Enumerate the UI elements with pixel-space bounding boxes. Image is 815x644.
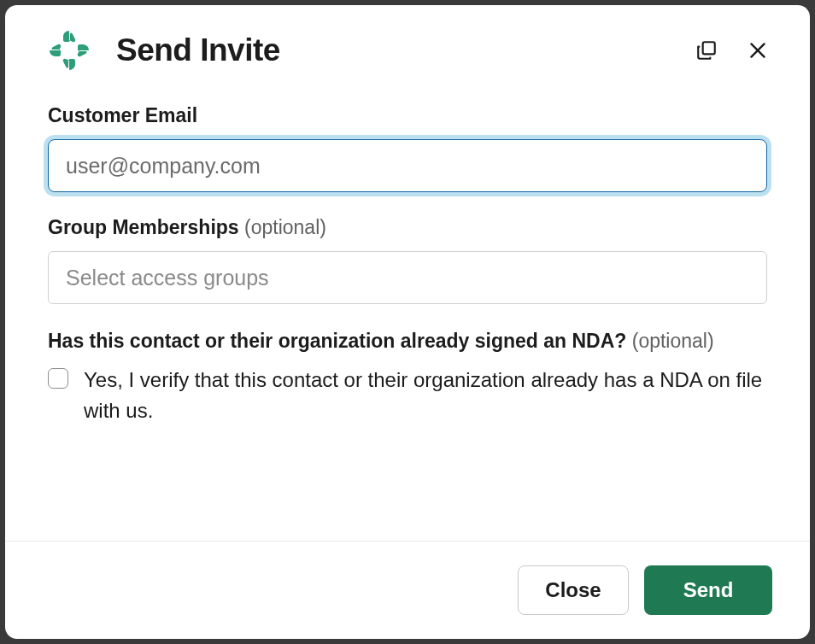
group-field-group: Group Memberships (optional) Select acce…: [48, 216, 767, 304]
nda-optional-text: (optional): [632, 330, 714, 352]
nda-label-text: Has this contact or their organization a…: [48, 330, 626, 352]
modal-body: Customer Email Group Memberships (option…: [5, 80, 810, 541]
app-logo-icon: [48, 29, 91, 72]
group-optional-text: (optional): [244, 216, 326, 238]
group-label-text: Group Memberships: [48, 216, 239, 238]
open-new-window-button[interactable]: [692, 36, 721, 65]
customer-email-input[interactable]: [48, 139, 767, 192]
nda-checkbox-row: Yes, I verify that this contact or their…: [48, 365, 767, 426]
group-label: Group Memberships (optional): [48, 216, 767, 239]
nda-checkbox-label: Yes, I verify that this contact or their…: [84, 365, 767, 426]
close-icon: [747, 39, 769, 61]
close-modal-button[interactable]: [743, 36, 772, 65]
modal-title: Send Invite: [116, 32, 692, 68]
group-select-placeholder: Select access groups: [66, 266, 269, 290]
email-field-group: Customer Email: [48, 104, 767, 192]
close-button[interactable]: Close: [518, 565, 629, 615]
modal-footer: Close Send: [5, 541, 810, 639]
nda-field-group: Has this contact or their organization a…: [48, 330, 767, 426]
group-memberships-select[interactable]: Select access groups: [48, 251, 767, 304]
nda-label: Has this contact or their organization a…: [48, 330, 767, 353]
send-button[interactable]: Send: [644, 565, 772, 615]
header-actions: [692, 36, 772, 65]
email-label: Customer Email: [48, 104, 767, 127]
nda-checkbox[interactable]: [48, 368, 68, 389]
new-window-icon: [695, 39, 718, 61]
send-invite-modal: Send Invite Customer Email Gro: [5, 5, 810, 639]
modal-header: Send Invite: [5, 5, 810, 80]
svg-rect-0: [703, 42, 715, 54]
